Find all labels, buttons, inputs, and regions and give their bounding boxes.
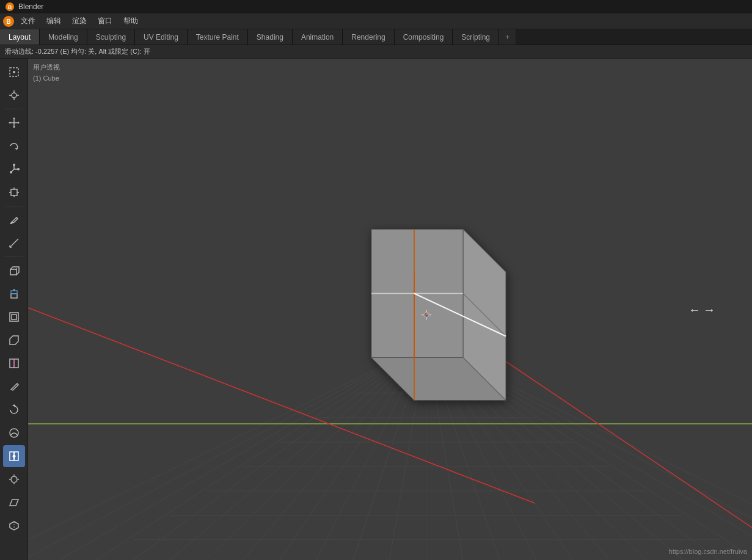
tab-rendering[interactable]: Rendering (343, 29, 394, 45)
tool-rip[interactable] (3, 515, 25, 537)
gizmo-arrows: ← → (688, 302, 715, 316)
svg-marker-13 (13, 117, 15, 119)
tool-measure[interactable] (3, 232, 25, 254)
blender-menu-logo: B (2, 15, 15, 27)
window-title: Blender (18, 2, 43, 11)
tool-smooth[interactable] (3, 422, 25, 444)
menu-render[interactable]: 渲染 (67, 15, 92, 27)
tool-loop-cut[interactable] (3, 352, 25, 374)
svg-rect-24 (11, 189, 17, 195)
svg-marker-44 (12, 404, 16, 406)
svg-marker-15 (9, 122, 10, 124)
status-text: 滑动边线: -0.2257 (E) 均匀: 关, Alt 或限定 (C): 开 (5, 47, 150, 56)
svg-line-30 (10, 239, 18, 247)
menu-window[interactable]: 窗口 (93, 15, 117, 27)
titlebar: B Blender (0, 0, 752, 13)
svg-marker-41 (10, 336, 18, 344)
main-area: 用户透视 (1) Cube ← → (0, 59, 752, 560)
tool-spin[interactable] (3, 399, 25, 421)
svg-marker-54 (10, 500, 18, 506)
tool-annotate[interactable] (3, 209, 25, 231)
svg-point-6 (12, 93, 16, 98)
tab-shading[interactable]: Shading (248, 29, 293, 45)
tool-extrude[interactable] (3, 283, 25, 305)
tab-scripting[interactable]: Scripting (453, 29, 499, 45)
left-toolbar (0, 59, 28, 560)
svg-rect-37 (11, 291, 17, 294)
tool-knife[interactable] (3, 376, 25, 398)
svg-point-23 (10, 171, 12, 173)
tool-bevel[interactable] (3, 329, 25, 351)
tab-uv-editing[interactable]: UV Editing (135, 29, 188, 45)
svg-point-22 (13, 164, 15, 166)
svg-rect-36 (11, 294, 17, 298)
svg-text:B: B (6, 18, 10, 25)
tab-animation[interactable]: Animation (293, 29, 343, 45)
svg-text:B: B (8, 4, 12, 10)
svg-marker-16 (18, 122, 20, 124)
tool-move[interactable] (3, 112, 25, 134)
watermark: https://blog.csdn.net/fruiva (669, 548, 747, 555)
tab-sculpting[interactable]: Sculpting (87, 29, 135, 45)
add-workspace-button[interactable]: + (499, 29, 516, 45)
svg-marker-55 (10, 522, 18, 530)
separator-1 (5, 109, 23, 109)
tool-rotate[interactable] (3, 135, 25, 157)
viewport-info: 用户透视 (1) Cube (33, 62, 60, 84)
tool-add-cube[interactable] (3, 260, 25, 282)
viewport[interactable]: 用户透视 (1) Cube ← → (28, 59, 752, 560)
menu-file[interactable]: 文件 (16, 15, 40, 27)
tool-shear[interactable] (3, 492, 25, 514)
tool-inset[interactable] (3, 306, 25, 328)
tab-layout[interactable]: Layout (0, 29, 40, 45)
tool-shrink-fatten[interactable] (3, 468, 25, 490)
arrow-right-icon: → (703, 302, 715, 316)
tool-transform[interactable] (3, 181, 25, 203)
cube-container (316, 192, 536, 426)
tab-modeling[interactable]: Modeling (40, 29, 87, 45)
separator-3 (5, 256, 23, 257)
svg-rect-39 (10, 313, 18, 321)
svg-point-5 (13, 71, 15, 73)
svg-marker-14 (13, 126, 15, 128)
object-label: (1) Cube (33, 73, 60, 84)
svg-point-49 (11, 476, 17, 482)
menu-edit[interactable]: 编辑 (42, 15, 66, 27)
svg-point-48 (12, 455, 15, 458)
tab-compositing[interactable]: Compositing (395, 29, 453, 45)
tool-edge-slide[interactable] (3, 445, 25, 467)
svg-rect-40 (12, 315, 16, 319)
cube-3d (316, 192, 536, 424)
tool-select-box[interactable] (3, 61, 25, 83)
tab-texture-paint[interactable]: Texture Paint (188, 29, 248, 45)
svg-rect-33 (10, 269, 16, 275)
workspace-tabs: Layout Modeling Sculpting UV Editing Tex… (0, 29, 752, 45)
arrow-left-icon: ← (688, 302, 701, 316)
menubar: B 文件 编辑 渲染 窗口 帮助 (0, 13, 752, 29)
blender-logo: B (5, 2, 15, 12)
view-label: 用户透视 (33, 62, 60, 73)
tool-cursor[interactable] (3, 84, 25, 106)
separator-2 (5, 206, 23, 206)
statusbar: 滑动边线: -0.2257 (E) 均匀: 关, Alt 或限定 (C): 开 (0, 45, 752, 59)
svg-point-21 (17, 168, 20, 170)
tool-scale[interactable] (3, 158, 25, 180)
menu-help[interactable]: 帮助 (119, 15, 143, 27)
